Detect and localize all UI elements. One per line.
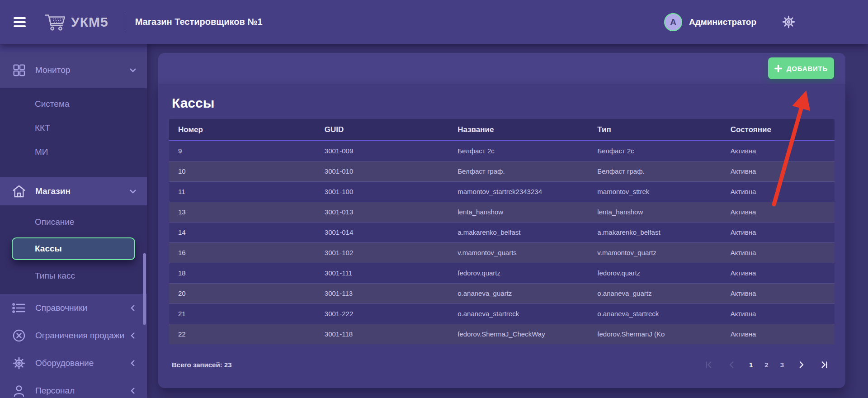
table-cell-nazvanie: mamontov_startrek2343234 [448, 181, 588, 202]
table-cell-sostoyanie: Активна [722, 303, 835, 324]
table-row[interactable]: 18 3001-111 fedorov.quartz fedorov.quart… [169, 263, 835, 283]
header-divider [125, 13, 125, 31]
gear-icon [12, 356, 27, 370]
sidebar-section-label: Персонал [35, 386, 128, 396]
sidebar-item-opisanie[interactable]: Описание [0, 210, 147, 234]
sidebar-section-label: Ограничения продажи [35, 331, 128, 341]
chevron-left-icon [128, 386, 138, 396]
kassy-table: Номер GUID Название Тип Состояние 9 3001… [169, 119, 835, 344]
table-cell-tip: a.makarenko_belfast [588, 222, 721, 242]
kassy-card: Кассы Номер GUID Название Тип Состояние … [158, 84, 845, 388]
table-row[interactable]: 13 3001-013 lenta_hanshow lenta_hanshow … [169, 202, 835, 222]
pagination-page-3[interactable]: 3 [780, 361, 784, 369]
table-cell-tip: fedorov.ShermanJ (Ko [588, 324, 721, 344]
table-cell-guid: 3001-100 [316, 181, 448, 202]
table-row[interactable]: 21 3001-222 o.ananeva_startreck o.ananev… [169, 303, 835, 324]
sidebar-item-kassy-selected[interactable]: Кассы [12, 237, 135, 260]
table-cell-nomer: 10 [169, 161, 316, 181]
table-row[interactable]: 22 3001-118 fedorov.ShermaJ_CheckWay fed… [169, 324, 835, 344]
sidebar-section-oborudovanie[interactable]: Оборудование [0, 349, 147, 377]
sidebar-submenu-shop: Описание Кассы Типы касс [0, 205, 147, 294]
sidebar-item-sistema[interactable]: Система [0, 92, 147, 116]
app-header: УКМ5 Магазин Тестировщиков №1 А Админист… [0, 0, 868, 44]
table-row[interactable]: 14 3001-014 a.makarenko_belfast a.makare… [169, 222, 835, 242]
table-cell-tip: Белфаст 2с [588, 141, 721, 161]
user-name[interactable]: Администратор [689, 17, 756, 27]
table-cell-guid: 3001-118 [316, 324, 448, 344]
column-header-nomer: Номер [169, 119, 316, 141]
table-cell-nomer: 9 [169, 141, 316, 161]
add-button[interactable]: ДОБАВИТЬ [768, 57, 834, 79]
avatar[interactable]: А [664, 13, 682, 31]
table-cell-guid: 3001-222 [316, 303, 448, 324]
pagination-page-2[interactable]: 2 [764, 361, 768, 369]
hamburger-menu-icon[interactable] [14, 15, 26, 29]
sidebar-item-mi[interactable]: МИ [0, 140, 147, 164]
sidebar-section-personal[interactable]: Персонал [0, 377, 147, 398]
column-header-guid: GUID [316, 119, 448, 141]
table-row[interactable]: 9 3001-009 Белфаст 2с Белфаст 2с Активна [169, 141, 835, 161]
store-name: Магазин Тестировщиков №1 [135, 17, 263, 27]
table-cell-guid: 3001-113 [316, 283, 448, 303]
table-cell-guid: 3001-111 [316, 263, 448, 283]
table-cell-tip: v.mamontov_quartz [588, 242, 721, 263]
sidebar-item-tipy-kass[interactable]: Типы касс [0, 264, 147, 288]
chevron-down-icon [128, 65, 138, 75]
person-icon [12, 384, 27, 398]
table-cell-nomer: 11 [169, 181, 316, 202]
chevron-down-icon [128, 186, 138, 196]
column-header-sostoyanie: Состояние [722, 119, 835, 141]
pagination-next-button[interactable] [796, 359, 807, 370]
gear-icon[interactable] [782, 15, 796, 29]
chevron-left-icon [128, 358, 138, 368]
pagination-last-button[interactable] [819, 359, 830, 370]
table-cell-tip: lenta_hanshow [588, 202, 721, 222]
sidebar: Монитор Система ККТ МИ Магазин Описание … [0, 44, 147, 398]
table-cell-nazvanie: Белфаст граф. [448, 161, 588, 181]
table-cell-nazvanie: fedorov.ShermaJ_CheckWay [448, 324, 588, 344]
table-cell-nomer: 22 [169, 324, 316, 344]
table-cell-nazvanie: lenta_hanshow [448, 202, 588, 222]
sidebar-scrollbar[interactable] [143, 253, 146, 325]
table-cell-nazvanie: v.mamontov_quarts [448, 242, 588, 263]
table-cell-tip: o.ananeva_guartz [588, 283, 721, 303]
table-cell-guid: 3001-013 [316, 202, 448, 222]
cart-icon [44, 13, 66, 32]
table-row[interactable]: 20 3001-113 o.ananeva_guartz o.ananeva_g… [169, 283, 835, 303]
sidebar-submenu-monitor: Система ККТ МИ [0, 88, 147, 177]
sidebar-section-monitor[interactable]: Монитор [0, 52, 147, 88]
sidebar-section-label: Справочники [35, 303, 128, 313]
page-title: Кассы [172, 95, 835, 111]
sidebar-section-spravochniki[interactable]: Справочники [0, 294, 147, 322]
table-row[interactable]: 11 3001-100 mamontov_startrek2343234 mam… [169, 181, 835, 202]
sidebar-section-shop[interactable]: Магазин [0, 177, 147, 205]
table-cell-tip: fedorov.quartz [588, 263, 721, 283]
logo-text: УКМ5 [71, 14, 108, 30]
pagination-first-button[interactable] [703, 359, 714, 370]
plus-icon [774, 65, 782, 72]
table-row[interactable]: 16 3001-102 v.mamontov_quarts v.mamontov… [169, 242, 835, 263]
main-content: ДОБАВИТЬ Кассы Номер GUID Название Тип С… [147, 44, 868, 398]
table-cell-sostoyanie: Активна [722, 283, 835, 303]
table-cell-nomer: 20 [169, 283, 316, 303]
table-footer: Всего записей: 23 1 2 3 [169, 344, 835, 385]
sidebar-item-kkt[interactable]: ККТ [0, 116, 147, 140]
table-cell-sostoyanie: Активна [722, 202, 835, 222]
table-cell-sostoyanie: Активна [722, 324, 835, 344]
pagination: 1 2 3 [703, 359, 830, 370]
chevron-left-icon [128, 303, 138, 313]
table-cell-nazvanie: a.makarenko_belfast [448, 222, 588, 242]
pagination-prev-button[interactable] [726, 359, 737, 370]
total-records-label: Всего записей: 23 [172, 361, 232, 369]
table-cell-sostoyanie: Активна [722, 161, 835, 181]
pagination-page-1[interactable]: 1 [749, 361, 753, 369]
table-cell-sostoyanie: Активна [722, 222, 835, 242]
sidebar-section-ogranicheniya[interactable]: Ограничения продажи [0, 322, 147, 349]
table-row[interactable]: 10 3001-010 Белфаст граф. Белфаст граф. … [169, 161, 835, 181]
table-cell-nazvanie: o.ananeva_startreck [448, 303, 588, 324]
table-body: 9 3001-009 Белфаст 2с Белфаст 2с Активна… [169, 141, 835, 344]
grid-icon [12, 63, 27, 77]
table-cell-nomer: 21 [169, 303, 316, 324]
table-cell-nomer: 16 [169, 242, 316, 263]
table-cell-nazvanie: fedorov.quartz [448, 263, 588, 283]
